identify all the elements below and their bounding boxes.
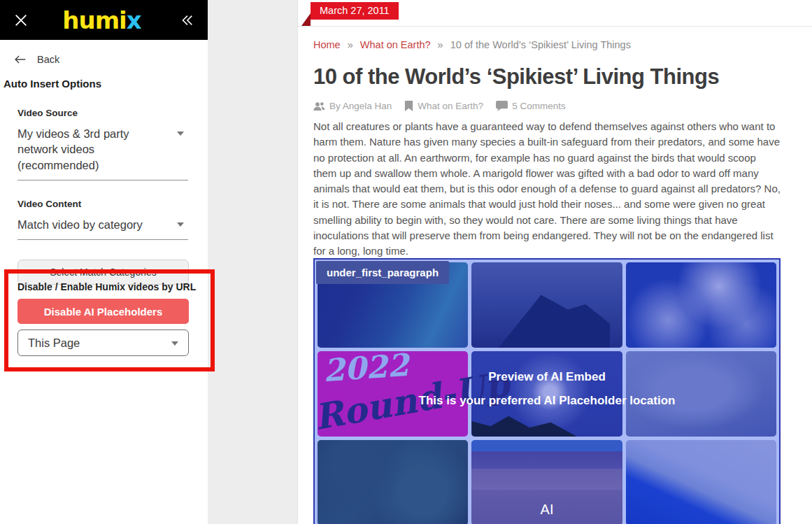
- chevron-down-icon: [177, 222, 184, 227]
- back-button[interactable]: Back: [14, 54, 208, 65]
- comments-icon: [496, 101, 508, 111]
- highlight-annotation: Disable / Enable Humix videos by URL Dis…: [4, 269, 215, 371]
- video-content-field: Video Content Match video by category: [17, 199, 188, 240]
- preview-heading: Preview of AI Embed: [315, 370, 779, 384]
- logo-text: humi: [62, 6, 127, 34]
- post-meta: By Angela Han What on Earth? 5 Comments: [313, 101, 573, 111]
- logo-x: x: [127, 6, 141, 34]
- preview-tile-earth: [626, 262, 776, 348]
- video-content-select[interactable]: Match video by category: [17, 215, 188, 240]
- preview-subheading: This is your preferred AI Placeholder lo…: [315, 394, 779, 408]
- preview-tile-volcano-island: [471, 262, 622, 348]
- video-content-value: Match video by category: [17, 217, 145, 232]
- article-content: March 27, 2011 Home » What on Earth? » 1…: [297, 0, 812, 524]
- breadcrumb-separator: »: [438, 39, 443, 50]
- collapse-sidebar-icon[interactable]: [177, 10, 197, 30]
- video-source-label: Video Source: [17, 108, 188, 118]
- page-gutter: [208, 0, 297, 524]
- preview-image-grid: 2022 Round-Up: [318, 262, 776, 524]
- breadcrumb-home[interactable]: Home: [313, 39, 341, 50]
- article-paragraph: Not all creatures or plants have a guara…: [313, 119, 782, 260]
- video-source-field: Video Source My videos & 3rd party netwo…: [17, 108, 188, 180]
- page-scope-value: This Page: [28, 337, 80, 350]
- preview-ai-label: AI: [315, 502, 779, 518]
- chevron-down-icon: [171, 341, 178, 346]
- humix-logo: humix: [31, 8, 177, 32]
- comments-link[interactable]: 5 Comments: [512, 101, 566, 111]
- breadcrumb-current: 10 of the World’s ‘Spikiest’ Living Thin…: [450, 39, 631, 50]
- breadcrumb-category[interactable]: What on Earth?: [360, 39, 431, 50]
- sidebar: humix Back Auto Insert Options Video Sou…: [0, 0, 208, 524]
- video-source-value: My videos & 3rd party network videos (re…: [17, 126, 145, 173]
- close-icon[interactable]: [11, 10, 31, 30]
- sidebar-section-title: Auto Insert Options: [3, 78, 208, 90]
- content-top-divider: [298, 26, 812, 27]
- video-content-label: Video Content: [17, 199, 188, 209]
- breadcrumb: Home » What on Earth? » 10 of the World’…: [313, 39, 631, 50]
- placeholder-location-badge: under_first_paragraph: [316, 261, 449, 284]
- bookmark-icon: [404, 101, 413, 111]
- ai-embed-preview: 2022 Round-Up under_first_paragraph Prev…: [313, 258, 781, 524]
- category-link[interactable]: What on Earth?: [418, 101, 483, 111]
- url-section-label: Disable / Enable Humix videos by URL: [17, 281, 199, 292]
- back-arrow-icon: [14, 55, 26, 64]
- date-badge: March 27, 2011: [311, 2, 399, 20]
- author-icon: [313, 101, 325, 111]
- chevron-down-icon: [177, 132, 184, 136]
- disable-ai-placeholders-button[interactable]: Disable AI Placeholders: [17, 299, 189, 324]
- author-label: By Angela Han: [329, 101, 392, 111]
- page-scope-select[interactable]: This Page: [17, 330, 189, 356]
- page-title: 10 of the World’s ‘Spikiest’ Living Thin…: [313, 64, 796, 90]
- back-label: Back: [37, 54, 59, 65]
- sidebar-header: humix: [0, 0, 208, 40]
- breadcrumb-separator: »: [348, 39, 353, 50]
- video-source-select[interactable]: My videos & 3rd party network videos (re…: [17, 125, 188, 180]
